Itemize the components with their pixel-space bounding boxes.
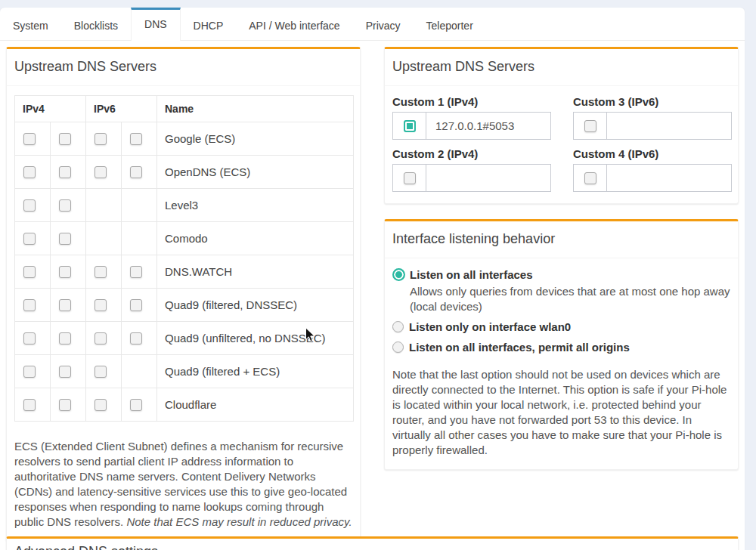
ipv4-server-checkbox[interactable] [23,366,36,378]
checkbox-cell [86,222,122,255]
tab-system[interactable]: System [0,8,61,41]
dns-server-row: Comodo [15,222,354,255]
tab-content-panel: SystemBlocklistsDNSDHCPAPI / Web interfa… [0,8,745,550]
radio-label[interactable]: Listen on all interfaces [410,267,730,283]
ipv6-server-checkbox[interactable] [130,133,142,145]
ipv4-server-checkbox[interactable] [59,233,71,245]
custom-server-input[interactable] [606,164,732,192]
checkbox-cell [122,156,157,189]
ipv6-server-checkbox[interactable] [130,266,142,278]
ipv4-server-checkbox[interactable] [23,299,36,311]
ipv6-server-checkbox[interactable] [94,266,107,278]
checkbox-cell [15,255,51,289]
ipv6-server-checkbox[interactable] [94,366,107,378]
radio-text: Listen on all interfacesAllows only quer… [410,267,730,314]
tab-privacy[interactable]: Privacy [353,8,414,41]
ipv4-server-checkbox[interactable] [23,133,36,145]
custom-server-input[interactable] [606,112,732,140]
radio-option-listen-on-all-interfaces: Listen on all interfacesAllows only quer… [392,267,730,314]
card-title: Upstream DNS Servers [14,59,352,75]
checkbox-cell [122,322,157,355]
upstream-dns-card: Upstream DNS Servers IPv4 IPv6 Name Goog… [6,47,361,542]
tab-dns[interactable]: DNS [131,8,181,41]
ipv6-server-checkbox[interactable] [94,166,107,178]
checkbox-cell [86,322,122,355]
ipv4-server-checkbox[interactable] [23,332,36,345]
ipv4-server-checkbox[interactable] [23,266,36,278]
ipv6-server-checkbox[interactable] [94,299,107,311]
tab-dhcp[interactable]: DHCP [181,8,237,41]
ipv4-server-checkbox[interactable] [59,332,71,345]
checkbox-cell [86,122,122,156]
checkbox-cell [15,222,51,255]
custom-field-custom-1-ipv4: Custom 1 (IPv4) [392,95,551,140]
custom-field-input-group [573,164,732,192]
custom-field-input-group [392,164,551,192]
custom-enable-checkbox[interactable] [404,172,416,184]
ipv6-server-checkbox[interactable] [94,399,107,411]
ipv6-server-checkbox[interactable] [130,332,142,345]
ipv6-server-checkbox[interactable] [130,166,142,178]
ecs-note-privacy-text: Note that ECS may result in reduced priv… [126,515,352,528]
custom-field-label: Custom 3 (IPv6) [573,95,732,108]
ipv4-server-checkbox[interactable] [23,233,36,245]
custom-server-input[interactable] [426,164,551,192]
ipv6-server-checkbox[interactable] [94,332,107,345]
dns-server-row: Google (ECS) [15,122,354,156]
tab-teleporter[interactable]: Teleporter [414,8,486,41]
checkbox-cell [86,255,122,289]
custom-enable-checkbox[interactable] [404,120,416,132]
ipv4-server-checkbox[interactable] [23,199,36,212]
dns-server-name: Level3 [157,189,354,222]
dns-server-row: DNS.WATCH [15,255,354,289]
radio-button[interactable] [392,268,405,281]
checkbox-cell [51,388,86,422]
dns-server-name: Google (ECS) [157,122,354,156]
dns-server-name: Comodo [157,222,354,255]
checkbox-cell [51,355,86,388]
card-header: Interface listening behavior [385,221,738,258]
card-body: Listen on all interfacesAllows only quer… [385,258,738,469]
dns-server-row: Quad9 (unfiltered, no DNSSEC) [15,322,354,355]
custom-enable-checkbox[interactable] [584,120,596,132]
ipv4-server-checkbox[interactable] [23,166,36,178]
card-title: Upstream DNS Servers [392,59,730,75]
ipv6-server-checkbox[interactable] [94,133,107,145]
tab-blocklists[interactable]: Blocklists [61,8,131,41]
right-column: Upstream DNS Servers Custom 1 (IPv4)Cust… [384,47,739,550]
checkbox-cell [122,222,157,255]
checkbox-cell [86,355,122,388]
custom-field-input-group [392,112,551,140]
ipv6-server-checkbox[interactable] [130,399,142,411]
ipv4-server-checkbox[interactable] [59,266,71,278]
ipv4-server-checkbox[interactable] [59,166,71,178]
radio-text: Listen only on interface wlan0 [409,320,571,335]
dns-server-name: Quad9 (filtered + ECS) [157,355,354,388]
ipv6-server-checkbox[interactable] [130,299,142,311]
ipv4-server-checkbox[interactable] [23,399,36,411]
checkbox-cell [86,289,122,322]
custom-server-input[interactable] [426,112,551,140]
radio-button[interactable] [392,321,404,332]
custom-field-label: Custom 4 (IPv6) [573,147,732,160]
custom-enable-checkbox[interactable] [584,172,596,184]
custom-field-custom-2-ipv4: Custom 2 (IPv4) [392,147,551,192]
radio-label[interactable]: Listen on all interfaces, permit all ori… [409,340,630,355]
ipv4-server-checkbox[interactable] [59,366,71,378]
checkbox-cell [15,156,51,189]
checkbox-cell [51,189,86,222]
checkbox-cell [51,156,86,189]
ipv4-server-checkbox[interactable] [59,299,71,311]
ipv4-server-checkbox[interactable] [59,399,71,411]
card-body: IPv4 IPv6 Name Google (ECS)OpenDNS (ECS)… [7,86,360,541]
radio-label[interactable]: Listen only on interface wlan0 [409,320,571,335]
ipv4-server-checkbox[interactable] [59,199,71,212]
card-title: Advanced DNS settings [14,544,730,550]
checkbox-cell [86,388,122,422]
tab-api-web-interface[interactable]: API / Web interface [236,8,352,41]
ipv4-server-checkbox[interactable] [59,133,71,145]
settings-tabs: SystemBlocklistsDNSDHCPAPI / Web interfa… [0,8,745,41]
radio-button[interactable] [392,341,404,353]
dns-server-name: Quad9 (filtered, DNSSEC) [157,289,354,322]
checkbox-cell [122,388,157,422]
